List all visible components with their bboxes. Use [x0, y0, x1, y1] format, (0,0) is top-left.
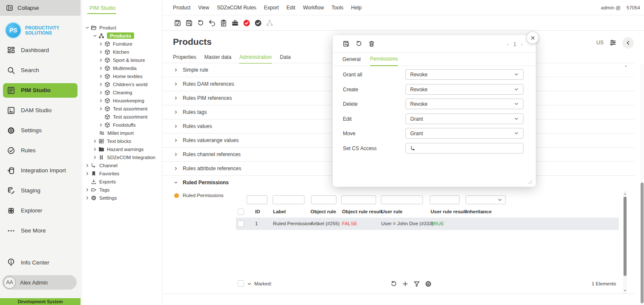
select-delete[interactable]: Revoke: [405, 99, 523, 109]
filter-id-input[interactable]: [247, 195, 267, 204]
menu-view[interactable]: View: [198, 5, 209, 11]
resize-handle[interactable]: [527, 179, 532, 184]
table-settings-icon[interactable]: [425, 280, 432, 288]
sidebar-item-info-center[interactable]: Info Center: [0, 256, 80, 269]
tree-node-text-blocks[interactable]: Text blocks: [80, 137, 162, 145]
page-scrollbar-thumb[interactable]: [641, 183, 644, 303]
tree-node-multimedia[interactable]: Multimedia: [80, 64, 162, 72]
filter-user_rule_result-input[interactable]: [430, 195, 460, 204]
menu-tools[interactable]: Tools: [331, 5, 343, 11]
column-header-user_rule_result[interactable]: User rule result: [431, 209, 466, 214]
column-header-user_rule[interactable]: User rule: [381, 209, 402, 214]
collapse-button[interactable]: Collapse: [0, 0, 80, 16]
tab-administration[interactable]: Administration: [239, 54, 272, 64]
tree-node-housekeeping[interactable]: Housekeeping: [80, 96, 162, 105]
tree-node-product[interactable]: Product: [80, 23, 162, 32]
column-header-object_rule[interactable]: Object rule: [310, 209, 336, 214]
tree-node-sport-leisure[interactable]: Sport & leisure: [80, 56, 162, 64]
row-checkbox[interactable]: [238, 221, 244, 227]
tree-node-sdzecom-integration[interactable]: SDZeCOM Integration: [80, 153, 162, 161]
select-grant-all[interactable]: Revoke: [405, 69, 523, 80]
sidebar-item-rules[interactable]: Rules: [0, 140, 80, 160]
menu-workflow[interactable]: Workflow: [303, 5, 324, 11]
sidebar-item-settings[interactable]: Settings: [0, 120, 80, 140]
refresh-icon[interactable]: [390, 280, 397, 288]
filter-object_rule_result-input[interactable]: [341, 195, 376, 204]
tree-node-test-assortment[interactable]: Test assortment: [80, 113, 162, 121]
sidebar-item-dam-studio[interactable]: DAM Studio: [0, 100, 80, 120]
scroll-up-icon[interactable]: [624, 64, 628, 68]
menu-export[interactable]: Export: [264, 5, 279, 11]
section-ruled-permissions[interactable]: Ruled Permissions: [162, 176, 229, 189]
sidebar-item-staging[interactable]: Staging: [0, 180, 80, 200]
refresh-icon[interactable]: [355, 40, 362, 47]
tree-node-exports[interactable]: Exports: [80, 177, 162, 186]
filter-label-input[interactable]: [273, 195, 305, 204]
column-header-inheritance[interactable]: Inheritance: [466, 209, 492, 214]
prev-page-icon[interactable]: [506, 43, 509, 46]
tree-node-favorites[interactable]: Favorites: [80, 169, 162, 177]
add-icon[interactable]: [402, 280, 409, 288]
input-set-cs-access[interactable]: [405, 143, 523, 154]
table-row[interactable]: 1Ruled PermissionArtikel (#255)FALSEUser…: [236, 218, 619, 230]
tree-node-products[interactable]: Products: [80, 32, 162, 40]
filter-user_rule-input[interactable]: [381, 195, 423, 204]
filter-inheritance-select[interactable]: [466, 195, 506, 204]
tree-node-settings[interactable]: Settings: [80, 194, 162, 202]
tree-node-foodstuffs[interactable]: Foodstuffs: [80, 121, 162, 129]
scroll-down-icon[interactable]: [623, 289, 627, 293]
tree-node-tags[interactable]: Tags: [80, 186, 162, 194]
sidebar-item-integration-import[interactable]: Integration Import: [0, 160, 80, 180]
menu-edit[interactable]: Edit: [287, 5, 296, 11]
toolbar-check-filled-icon[interactable]: [243, 19, 250, 27]
filter-object_rule-input[interactable]: [311, 195, 336, 204]
select-edit[interactable]: Grant: [405, 113, 523, 124]
toolbar-save-icon[interactable]: [185, 19, 193, 27]
tab-data[interactable]: Data: [280, 54, 290, 64]
toolbar-refresh-icon[interactable]: [197, 19, 204, 27]
sidebar-item-dashboard[interactable]: Dashboard: [0, 40, 80, 60]
sidebar-item-explorer[interactable]: Explorer: [0, 200, 80, 221]
save-icon[interactable]: [342, 40, 350, 47]
tree-node-kitchen[interactable]: Kitchen: [80, 48, 162, 56]
close-dialog-button[interactable]: [527, 32, 538, 44]
sidebar-item-see-more[interactable]: See More: [0, 221, 80, 241]
toolbar-briefcase-icon[interactable]: [231, 19, 239, 27]
collapse-panel-button[interactable]: [622, 37, 634, 49]
tree-node-channel[interactable]: Channel: [80, 161, 162, 169]
toolbar-check-filled-icon[interactable]: [254, 19, 262, 27]
sidebar-item-pim-studio[interactable]: PIM Studio: [3, 83, 78, 98]
select-all-checkbox[interactable]: [238, 209, 244, 215]
filter-icon[interactable]: [413, 280, 420, 288]
tree-node-test-assortment[interactable]: Test assortment: [80, 105, 162, 113]
user-menu[interactable]: AA Alex Admin: [2, 275, 77, 290]
tab-master-data[interactable]: Master data: [204, 54, 231, 64]
toolbar-undo-icon[interactable]: [208, 19, 216, 27]
toolbar-save-check-icon[interactable]: [174, 19, 181, 27]
delete-icon[interactable]: [368, 40, 375, 47]
toolbar-clipboard-icon[interactable]: [220, 19, 227, 27]
select-create[interactable]: Revoke: [405, 84, 523, 95]
next-page-icon[interactable]: [520, 43, 524, 46]
select-move[interactable]: Grant: [405, 128, 523, 139]
scroll-up-icon[interactable]: [623, 192, 627, 196]
menu-help[interactable]: Help: [351, 5, 362, 11]
sidebar-item-search[interactable]: Search: [0, 60, 80, 80]
menu-product[interactable]: Product: [173, 5, 190, 11]
dialog-tab-general[interactable]: General: [342, 56, 361, 66]
filter-settings-icon[interactable]: [609, 39, 617, 46]
tree-node-hazard-warnings[interactable]: Hazard warnings: [80, 145, 162, 153]
chevron-down-icon[interactable]: [247, 282, 252, 286]
column-header-id[interactable]: ID: [255, 209, 260, 214]
dialog-tab-permissions[interactable]: Permissions: [370, 56, 398, 66]
footer-select-checkbox[interactable]: [238, 280, 244, 287]
column-header-label[interactable]: Label: [273, 209, 286, 214]
tree-node-home-textiles[interactable]: Home textiles: [80, 72, 162, 80]
locale-selector[interactable]: US: [596, 40, 604, 46]
menu-sdzecom-rules[interactable]: SDZeCOM Rules: [217, 5, 256, 11]
tree-node-millet-import[interactable]: Millet import: [80, 129, 162, 137]
tree-node-cleaning[interactable]: Cleaning: [80, 88, 162, 96]
table-scrollbar-thumb[interactable]: [624, 197, 627, 276]
tree-tab-pim-studio[interactable]: PIM Studio: [89, 5, 115, 11]
tree-node-furniture[interactable]: Furniture: [80, 40, 162, 48]
